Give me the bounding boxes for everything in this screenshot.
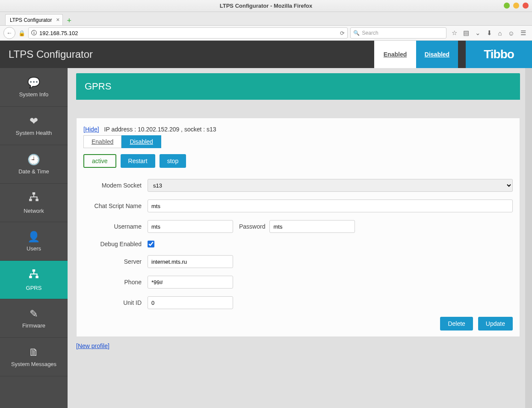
sidebar-item-label: System Info bbox=[19, 91, 49, 98]
back-button[interactable]: ← bbox=[3, 27, 15, 39]
sidebar: 💬 System Info ❤ System Health 🕘 Date & T… bbox=[0, 68, 68, 408]
phone-label: Phone bbox=[83, 279, 148, 286]
password-input[interactable] bbox=[269, 220, 355, 233]
gprs-icon bbox=[28, 268, 39, 282]
chat-script-label: Chat Script Name bbox=[83, 203, 148, 209]
chat-script-input[interactable] bbox=[148, 200, 513, 212]
chat-icon[interactable]: ☺ bbox=[508, 30, 514, 37]
stop-button[interactable]: stop bbox=[160, 154, 186, 168]
site-identity-icon[interactable]: 🔒 bbox=[18, 29, 26, 37]
status-text: IP address : 10.202.152.209 , socket : s… bbox=[104, 126, 216, 133]
info-icon: 💬 bbox=[27, 77, 40, 89]
network-icon bbox=[28, 191, 39, 205]
sidebar-item-label: GPRS bbox=[26, 285, 42, 291]
close-tab-icon[interactable]: × bbox=[56, 16, 59, 23]
svg-rect-3 bbox=[33, 269, 35, 271]
new-tab-button[interactable]: + bbox=[65, 16, 74, 25]
browser-toolbar: ← 🔒 ⓘ 192.168.75.102 ⟳ 🔍 Search ☆ ▤ ⌄ ⬇ … bbox=[0, 26, 532, 41]
server-label: Server bbox=[83, 258, 148, 265]
svg-rect-5 bbox=[35, 276, 38, 278]
close-window-button[interactable] bbox=[523, 3, 529, 9]
server-input[interactable] bbox=[148, 255, 233, 268]
svg-rect-2 bbox=[35, 199, 38, 201]
app-title: LTPS Configurator bbox=[9, 48, 93, 60]
sidebar-item-label: Users bbox=[27, 245, 41, 252]
home-icon[interactable]: ⌂ bbox=[498, 30, 502, 37]
unit-id-label: Unit ID bbox=[83, 299, 148, 306]
global-disabled-button[interactable]: Disabled bbox=[416, 41, 458, 68]
delete-button[interactable]: Delete bbox=[440, 317, 473, 331]
username-input[interactable] bbox=[148, 220, 233, 233]
bookmark-star-icon[interactable]: ☆ bbox=[452, 29, 457, 37]
search-bar[interactable]: 🔍 Search bbox=[350, 27, 446, 39]
sidebar-item-date-time[interactable]: 🕘 Date & Time bbox=[0, 145, 68, 184]
global-toggle: Enabled Disabled bbox=[374, 41, 458, 68]
password-label: Password bbox=[239, 223, 265, 230]
downloads-icon[interactable]: ⬇ bbox=[487, 29, 492, 37]
sidebar-item-network[interactable]: Network bbox=[0, 184, 68, 222]
main-content: GPRS [Hide] IP address : 10.202.152.209 … bbox=[68, 68, 525, 408]
window-titlebar: LTPS Configurator - Mozilla Firefox bbox=[0, 0, 532, 12]
sidebar-item-system-info[interactable]: 💬 System Info bbox=[0, 68, 68, 107]
health-icon: ❤ bbox=[30, 115, 38, 127]
modem-socket-label: Modem Socket bbox=[83, 182, 148, 189]
main-scrollbar[interactable] bbox=[525, 68, 532, 408]
app-header: LTPS Configurator Enabled Disabled Tibbo bbox=[0, 41, 532, 68]
state-badge: active bbox=[83, 154, 116, 168]
info-icon: ⓘ bbox=[31, 29, 37, 37]
sidebar-item-label: System Health bbox=[16, 130, 52, 136]
maximize-button[interactable] bbox=[513, 3, 519, 9]
toolbar-icons: ☆ ▤ ⌄ ⬇ ⌂ ☺ ☰ bbox=[449, 29, 529, 37]
brand-logo: Tibbo bbox=[466, 41, 532, 68]
debug-label: Debug Enabled bbox=[83, 241, 148, 247]
browser-tab-title: LTPS Configurator bbox=[10, 17, 52, 23]
messages-icon: 🗎 bbox=[29, 346, 39, 358]
url-text: 192.168.75.102 bbox=[39, 30, 337, 36]
reload-icon[interactable]: ⟳ bbox=[340, 30, 345, 36]
svg-rect-1 bbox=[29, 199, 32, 201]
unit-id-input[interactable] bbox=[148, 296, 233, 309]
sidebar-item-label: Date & Time bbox=[18, 168, 49, 175]
svg-rect-4 bbox=[29, 276, 32, 278]
search-placeholder: Search bbox=[362, 30, 378, 36]
restart-button[interactable]: Restart bbox=[121, 154, 155, 168]
browser-tabstrip: LTPS Configurator × + bbox=[0, 12, 532, 26]
window-title: LTPS Configurator - Mozilla Firefox bbox=[220, 3, 312, 9]
search-icon: 🔍 bbox=[353, 30, 360, 36]
sidebar-item-label: Firmware bbox=[22, 322, 45, 329]
window-controls bbox=[504, 3, 529, 9]
global-enabled-button[interactable]: Enabled bbox=[374, 41, 416, 68]
hide-link[interactable]: [Hide] bbox=[83, 126, 99, 133]
username-label: Username bbox=[83, 223, 148, 230]
update-button[interactable]: Update bbox=[478, 317, 513, 331]
sidebar-item-system-health[interactable]: ❤ System Health bbox=[0, 107, 68, 145]
firmware-icon: ✎ bbox=[30, 308, 38, 320]
gprs-card: [Hide] IP address : 10.202.152.209 , soc… bbox=[76, 118, 520, 337]
page-title: GPRS bbox=[76, 73, 520, 100]
sidebar-item-label: Network bbox=[24, 208, 44, 214]
new-profile-link[interactable]: [New profile] bbox=[76, 342, 109, 349]
debug-checkbox[interactable] bbox=[148, 241, 154, 247]
profile-enabled-button[interactable]: Enabled bbox=[83, 135, 121, 148]
svg-rect-0 bbox=[33, 192, 35, 194]
sidebar-item-firmware[interactable]: ✎ Firmware bbox=[0, 299, 68, 338]
menu-icon[interactable]: ☰ bbox=[520, 29, 526, 37]
browser-tab[interactable]: LTPS Configurator × bbox=[5, 14, 63, 25]
library-icon[interactable]: ▤ bbox=[463, 29, 469, 37]
profile-disabled-button[interactable]: Disabled bbox=[121, 135, 161, 148]
address-bar[interactable]: ⓘ 192.168.75.102 ⟳ bbox=[28, 27, 348, 39]
sidebar-item-system-messages[interactable]: 🗎 System Messages bbox=[0, 338, 68, 376]
modem-socket-select[interactable]: s13 bbox=[148, 179, 513, 192]
minimize-button[interactable] bbox=[504, 3, 510, 9]
phone-input[interactable] bbox=[148, 276, 233, 289]
sidebar-item-users[interactable]: 👤 Users bbox=[0, 222, 68, 261]
clock-icon: 🕘 bbox=[27, 154, 40, 166]
sidebar-item-label: System Messages bbox=[11, 361, 56, 367]
pocket-icon[interactable]: ⌄ bbox=[475, 29, 481, 37]
user-icon: 👤 bbox=[27, 231, 40, 243]
sidebar-item-gprs[interactable]: GPRS bbox=[0, 261, 68, 299]
